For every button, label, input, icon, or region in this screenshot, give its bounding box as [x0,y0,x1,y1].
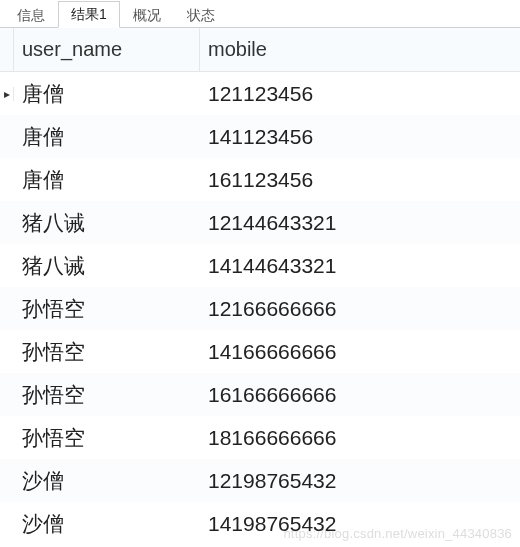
cell-username[interactable]: 孙悟空 [14,338,200,366]
tab-overview[interactable]: 概况 [120,2,174,28]
table-row[interactable]: 沙僧12198765432 [0,459,520,502]
column-header-username[interactable]: user_name [14,28,200,71]
cell-mobile[interactable]: 16166666666 [200,383,520,407]
table-row[interactable]: 孙悟空18166666666 [0,416,520,459]
cell-username[interactable]: 猪八诫 [14,252,200,280]
cell-username[interactable]: 沙僧 [14,510,200,538]
table-row[interactable]: 唐僧121123456 [0,72,520,115]
table-row[interactable]: 孙悟空16166666666 [0,373,520,416]
cell-username[interactable]: 唐僧 [14,123,200,151]
cell-username[interactable]: 沙僧 [14,467,200,495]
tab-status[interactable]: 状态 [174,2,228,28]
tab-result1[interactable]: 结果1 [58,1,120,28]
column-header-mobile[interactable]: mobile [200,28,520,71]
table-row[interactable]: 沙僧14198765432 [0,502,520,545]
result-grid: user_name mobile 唐僧121123456唐僧141123456唐… [0,28,520,545]
cell-mobile[interactable]: 14144643321 [200,254,520,278]
cell-mobile[interactable]: 14166666666 [200,340,520,364]
cell-mobile[interactable]: 121123456 [200,82,520,106]
grid-gutter-header [0,28,14,71]
table-row[interactable]: 猪八诫12144643321 [0,201,520,244]
table-row[interactable]: 唐僧141123456 [0,115,520,158]
table-row[interactable]: 孙悟空12166666666 [0,287,520,330]
grid-header-row: user_name mobile [0,28,520,72]
grid-body: 唐僧121123456唐僧141123456唐僧161123456猪八诫1214… [0,72,520,545]
cell-mobile[interactable]: 161123456 [200,168,520,192]
cell-mobile[interactable]: 12198765432 [200,469,520,493]
tab-info[interactable]: 信息 [4,2,58,28]
cell-mobile[interactable]: 12144643321 [200,211,520,235]
cell-username[interactable]: 孙悟空 [14,381,200,409]
row-indicator-icon [0,87,14,101]
cell-username[interactable]: 唐僧 [14,166,200,194]
cell-mobile[interactable]: 12166666666 [200,297,520,321]
cell-mobile[interactable]: 18166666666 [200,426,520,450]
table-row[interactable]: 孙悟空14166666666 [0,330,520,373]
cell-username[interactable]: 孙悟空 [14,295,200,323]
cell-username[interactable]: 唐僧 [14,80,200,108]
table-row[interactable]: 猪八诫14144643321 [0,244,520,287]
cell-mobile[interactable]: 141123456 [200,125,520,149]
table-row[interactable]: 唐僧161123456 [0,158,520,201]
cell-mobile[interactable]: 14198765432 [200,512,520,536]
tab-bar: 信息 结果1 概况 状态 [0,0,520,28]
cell-username[interactable]: 孙悟空 [14,424,200,452]
cell-username[interactable]: 猪八诫 [14,209,200,237]
